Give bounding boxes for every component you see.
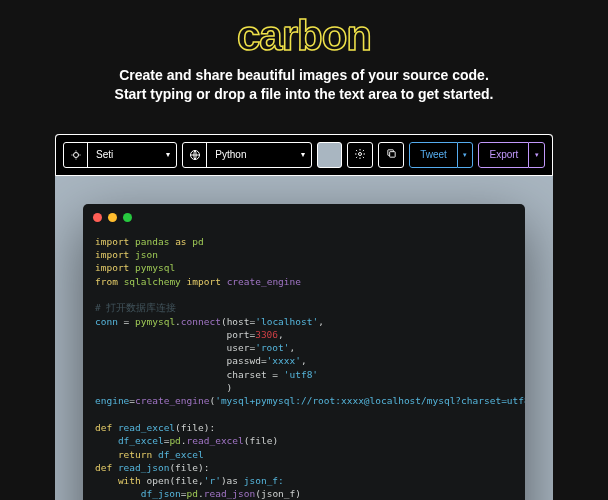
window-controls — [83, 204, 525, 231]
minimize-dot-icon — [108, 213, 117, 222]
copy-button[interactable] — [378, 142, 404, 168]
theme-icon — [64, 143, 88, 167]
tagline-line-1: Create and share beautiful images of you… — [0, 66, 608, 85]
tagline: Create and share beautiful images of you… — [0, 66, 608, 104]
background-color-swatch[interactable] — [317, 142, 343, 168]
export-label: Export — [478, 142, 529, 168]
code-editor[interactable]: import pandas as pd import json import p… — [83, 204, 525, 500]
tweet-label: Tweet — [409, 142, 458, 168]
export-button[interactable]: Export ▾ — [478, 142, 545, 168]
gear-icon — [354, 148, 366, 162]
maximize-dot-icon — [123, 213, 132, 222]
copy-icon — [386, 148, 397, 161]
tweet-button[interactable]: Tweet ▾ — [409, 142, 473, 168]
logo-text: carbon — [237, 12, 371, 59]
svg-point-2 — [359, 152, 362, 155]
toolbar: Seti ▾ Python ▾ Tweet ▾ Export — [55, 134, 553, 176]
tagline-line-2: Start typing or drop a file into the tex… — [0, 85, 608, 104]
chevron-down-icon: ▾ — [160, 150, 176, 159]
settings-button[interactable] — [347, 142, 373, 168]
close-dot-icon — [93, 213, 102, 222]
language-dropdown[interactable]: Python ▾ — [182, 142, 311, 168]
chevron-down-icon[interactable]: ▾ — [458, 142, 474, 168]
logo: carbon — [0, 0, 608, 60]
canvas: import pandas as pd import json import p… — [55, 176, 553, 500]
chevron-down-icon: ▾ — [295, 150, 311, 159]
theme-label: Seti — [88, 149, 160, 160]
language-label: Python — [207, 149, 294, 160]
code-content[interactable]: import pandas as pd import json import p… — [83, 231, 525, 500]
svg-point-0 — [73, 152, 78, 157]
chevron-down-icon[interactable]: ▾ — [529, 142, 545, 168]
app-container: Seti ▾ Python ▾ Tweet ▾ Export — [55, 134, 553, 500]
globe-icon — [183, 143, 207, 167]
svg-rect-3 — [389, 152, 395, 158]
theme-dropdown[interactable]: Seti ▾ — [63, 142, 177, 168]
